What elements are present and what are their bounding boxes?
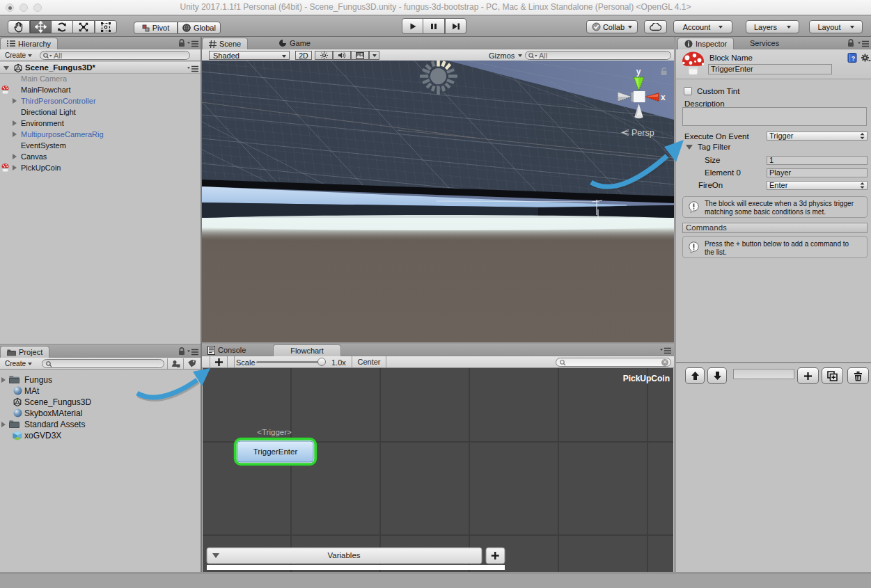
svg-text:y: y xyxy=(636,67,641,77)
svg-text:Variables: Variables xyxy=(327,551,360,559)
svg-text:x: x xyxy=(661,93,666,102)
svg-text:TriggerEnter: TriggerEnter xyxy=(253,447,298,456)
svg-text:<Trigger>: <Trigger> xyxy=(257,428,292,436)
svg-text:?: ? xyxy=(852,55,856,62)
svg-text:Persp: Persp xyxy=(631,128,654,138)
svg-text:PickUpCoin: PickUpCoin xyxy=(623,374,670,383)
